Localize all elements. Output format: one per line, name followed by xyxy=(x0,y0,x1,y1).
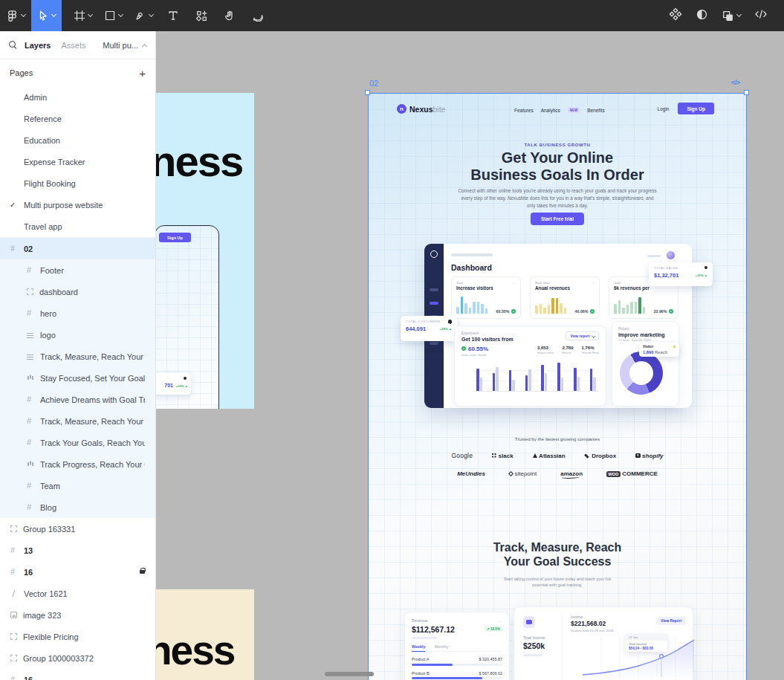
layer-label: hero xyxy=(40,309,56,318)
tab-monthly[interactable]: Monthly xyxy=(434,644,448,649)
company-logo: amazon xyxy=(560,470,583,477)
layer-item[interactable]: Group 1000003372 xyxy=(0,647,155,669)
layer-item[interactable]: Vector 1621 xyxy=(0,583,155,604)
code-icon[interactable] xyxy=(754,7,768,24)
layer-item[interactable]: Group 163331 xyxy=(0,518,155,540)
page-dropdown[interactable]: Multi pu... xyxy=(103,41,146,50)
layer-item[interactable]: 16 xyxy=(0,561,155,583)
goal-percent: 60.55% xyxy=(496,309,510,314)
artboard-partial-bottom[interactable]: ness xyxy=(156,589,254,680)
company-logo: Dropbox xyxy=(585,453,616,459)
layer-item[interactable]: Flexible Pricing xyxy=(0,626,155,647)
page-item[interactable]: ✓Expense Tracker xyxy=(0,151,155,172)
layer-type-icon xyxy=(10,633,17,640)
signup-button[interactable]: Sign Up xyxy=(678,103,714,114)
selection-handle-top-left[interactable] xyxy=(365,90,370,95)
nav-features[interactable]: Features xyxy=(514,108,534,113)
view-report-dropdown[interactable]: View report xyxy=(566,331,599,340)
layer-item[interactable]: image 323 xyxy=(0,604,155,626)
layer-item[interactable]: dashboard xyxy=(0,281,155,302)
layer-item[interactable]: 02 xyxy=(0,238,155,259)
chevron-up-icon xyxy=(142,43,147,48)
shape-tool-icon[interactable] xyxy=(98,0,129,31)
component-icon[interactable] xyxy=(669,7,682,24)
move-tool-icon[interactable] xyxy=(31,0,62,31)
text-tool-icon[interactable] xyxy=(159,0,187,31)
layer-item[interactable]: Track, Measure, Reach Your G... xyxy=(0,346,155,367)
view-report-button[interactable]: View Report xyxy=(656,617,686,625)
layer-label: 13 xyxy=(24,546,33,555)
frame-name-label[interactable]: 02 xyxy=(369,79,378,88)
layer-item[interactable]: hero xyxy=(0,302,155,324)
layer-label: 16 xyxy=(24,568,33,577)
hero-title-line1: Get Your Online xyxy=(369,149,746,166)
pen-tool-icon[interactable] xyxy=(129,0,159,31)
page-item[interactable]: ✓Travel app xyxy=(0,216,155,237)
frame-code-icon[interactable]: </> xyxy=(731,79,740,86)
layer-item[interactable]: Track Your Goals, Reach Your ... xyxy=(0,432,155,453)
add-page-button[interactable]: + xyxy=(139,68,146,79)
figma-menu-icon[interactable] xyxy=(0,0,31,31)
resources-tool-icon[interactable] xyxy=(187,0,216,31)
search-icon[interactable] xyxy=(9,41,17,49)
logo-icon xyxy=(508,471,514,476)
login-link[interactable]: Login xyxy=(658,106,670,111)
stat-item: 1.76%Growth Rate xyxy=(581,346,599,357)
tab-assets[interactable]: Assets xyxy=(61,41,85,50)
layer-item[interactable]: Track Progress, Reach Your G... xyxy=(0,453,155,475)
start-free-trial-button[interactable]: Start Free trial xyxy=(531,213,584,225)
more-menu-icon[interactable]: ... xyxy=(498,618,502,623)
page-item[interactable]: ✓Admin xyxy=(0,86,155,108)
brand-logo[interactable]: n Nexusbite xyxy=(397,104,445,114)
frame-02[interactable]: n Nexusbite Features Analytics NEW Benef… xyxy=(368,93,747,680)
income-card: Total Income $250k Income $221,568.02 In… xyxy=(514,606,693,680)
horizontal-scrollbar[interactable] xyxy=(325,672,374,676)
frame-tool-icon[interactable] xyxy=(68,0,98,31)
divider xyxy=(562,615,563,680)
more-menu-icon[interactable]: ... xyxy=(591,280,595,285)
layers-panel: Layers Assets Multi pu... Pages + ✓Admin… xyxy=(0,31,156,680)
artboard-partial-top[interactable]: ness Sign Up 701 +32% ▲ xyxy=(156,93,254,409)
header-mini-bar xyxy=(647,255,661,257)
signup-button[interactable]: Sign Up xyxy=(159,233,191,242)
nav-analytics[interactable]: Analytics xyxy=(541,108,560,113)
hero-eyebrow: TALK BUSINESS GROWTH xyxy=(369,143,746,147)
layer-label: Track, Measure, Reach Your G... xyxy=(40,417,145,426)
page-item[interactable]: ✓Multi purpose website xyxy=(0,194,155,216)
selection-handle-top-right[interactable] xyxy=(744,90,749,95)
pages-list: ✓Admin✓Reference✓Education✓Expense Track… xyxy=(0,86,155,238)
hand-tool-icon[interactable] xyxy=(216,0,244,31)
goal-bar-chart xyxy=(456,296,487,314)
layer-label: image 323 xyxy=(23,611,61,620)
page-label: Education xyxy=(24,136,60,145)
tab-weekly[interactable]: Weekly xyxy=(412,644,425,652)
layer-item[interactable]: Blog xyxy=(0,496,155,518)
tab-layers[interactable]: Layers xyxy=(25,41,51,50)
nav-benefits[interactable]: Benefits xyxy=(587,108,605,113)
up-circle-icon: ▲ xyxy=(461,346,466,351)
tooltip-unit: Reach xyxy=(654,350,667,354)
page-item[interactable]: ✓Reference xyxy=(0,108,155,129)
layer-item[interactable]: Footer xyxy=(0,259,155,281)
layer-item[interactable]: 13 xyxy=(0,540,155,561)
layer-type-icon xyxy=(10,612,17,618)
layer-item[interactable]: 16 xyxy=(0,669,155,680)
product-bar-fill xyxy=(412,677,482,679)
logo-icon xyxy=(585,453,590,458)
canvas[interactable]: ness Sign Up 701 +32% ▲ ness 02 </> n Ne… xyxy=(156,31,784,680)
brand-bold: Nexus xyxy=(409,105,433,114)
page-item[interactable]: ✓Education xyxy=(0,129,155,151)
page-item[interactable]: ✓Flight Booking xyxy=(0,172,155,194)
comment-tool-icon[interactable] xyxy=(244,0,272,31)
layer-item[interactable]: Stay Focused, Set Your Goals,... xyxy=(0,367,155,389)
mask-icon[interactable] xyxy=(696,8,708,24)
boolean-group-icon[interactable] xyxy=(722,10,741,22)
lock-icon[interactable] xyxy=(140,570,145,574)
product-list: Product A$ 320,455.87 Product B$ 567,806… xyxy=(412,657,502,679)
more-menu-icon[interactable]: ... xyxy=(512,280,516,285)
layer-item[interactable]: logo xyxy=(0,324,155,346)
layer-item[interactable]: Track, Measure, Reach Your G... xyxy=(0,410,155,432)
product-name: Product B xyxy=(412,671,430,676)
layer-item[interactable]: Team xyxy=(0,475,155,496)
layer-item[interactable]: Achieve Dreams with Goal Tra... xyxy=(0,389,155,410)
